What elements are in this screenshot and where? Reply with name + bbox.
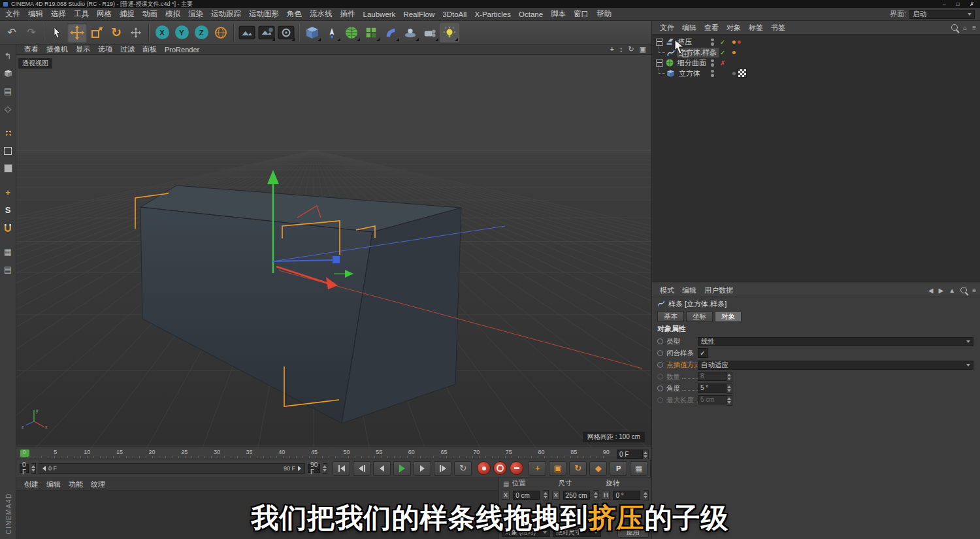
live-selection-tool[interactable] [48,23,67,42]
om-menu-item[interactable]: 文件 [656,22,678,33]
tab-basic[interactable]: 基本 [657,311,684,322]
menu-item[interactable]: X-Particles [470,9,515,20]
convert-object-button[interactable]: ↰ [1,49,15,63]
spline-pen-button[interactable] [322,23,342,42]
menu-item[interactable]: 运动跟踪 [207,8,245,20]
key-rotation-toggle[interactable]: ↻ [569,461,587,476]
parent-object-icon[interactable]: ▲ [949,287,955,294]
visibility-dots[interactable] [711,39,714,46]
toggle-view-icon[interactable]: ▣ [640,45,646,54]
menu-item[interactable]: 文件 [1,8,24,20]
menu-item[interactable]: 工具 [70,8,93,20]
viewport-menu-item[interactable]: 摄像机 [42,44,72,55]
menu-item[interactable]: Octane [515,9,547,20]
om-menu-item[interactable]: 对象 [723,22,745,33]
menu-item[interactable]: 插件 [336,8,359,20]
history-forward-icon[interactable]: ▶ [939,287,944,294]
materials-menu-item[interactable]: 创建 [20,478,42,491]
menu-item[interactable]: 选择 [47,8,70,20]
redo-button[interactable]: ↷ [22,23,41,42]
grid-toggle-button[interactable]: ▦ [1,245,15,259]
visibility-dots[interactable] [711,70,714,77]
enable-axis-button[interactable]: + [1,186,15,199]
lock-y-axis-button[interactable]: Y [172,23,191,42]
current-frame-field[interactable]: 0 F [20,464,29,473]
menu-item[interactable]: 脚本 [547,8,570,20]
record-keyframe-button[interactable] [477,461,491,475]
viewport-menu-item[interactable]: ProRender [161,45,203,54]
object-tags[interactable] [732,41,741,44]
size-x-field[interactable]: 250 cm [563,491,590,500]
object-tags[interactable] [732,69,747,78]
autokey-button[interactable] [493,461,507,475]
edges-mode-button[interactable] [1,144,15,157]
model-mode-button[interactable] [1,67,15,80]
deformer-button[interactable] [381,23,400,42]
menu-item[interactable]: 3DtoAll [438,9,470,20]
maximize-button[interactable]: □ [956,1,959,7]
end-frame-stepper[interactable] [323,463,327,474]
visibility-dots[interactable] [711,59,714,67]
lock-z-axis-button[interactable]: Z [191,23,211,42]
close-spline-checkbox[interactable]: ✓ [698,348,708,358]
menu-item[interactable]: 运动图形 [245,8,283,20]
search-icon[interactable] [960,287,967,293]
object-tags[interactable] [732,51,736,54]
menu-item[interactable]: 帮助 [593,8,615,20]
am-menu-item[interactable]: 模式 [656,285,678,296]
menu-item[interactable]: 流水线 [306,8,336,20]
tab-object[interactable]: 对象 [715,311,742,322]
enable-check-icon[interactable]: ✓ [720,49,725,56]
object-row-subdivision[interactable]: 细分曲面 ✗ [652,57,980,68]
minimize-button[interactable]: – [943,1,945,7]
magnet-snap-button[interactable] [1,221,15,235]
end-frame-field[interactable]: 90 F [308,464,320,473]
key-pla-toggle[interactable]: P [610,461,627,476]
om-menu-item[interactable]: 编辑 [678,22,700,33]
next-frame-button[interactable] [414,461,431,476]
render-settings-button[interactable] [276,23,296,42]
point-level-toggle[interactable]: ▦ [630,461,647,476]
dolly-view-icon[interactable]: ↕ [619,45,623,54]
layout-toggle-button[interactable]: ▤ [1,263,15,276]
materials-menu-item[interactable]: 功能 [65,478,87,491]
interface-dropdown[interactable]: 启动 [909,10,975,19]
current-frame-stepper[interactable] [31,463,36,474]
om-menu-item[interactable]: 标签 [745,22,767,33]
polygons-mode-button[interactable] [1,161,15,175]
menu-item[interactable]: Laubwerk [359,9,400,20]
rotate-view-icon[interactable]: ↻ [628,45,634,54]
primitive-cube-button[interactable] [302,23,322,42]
am-menu-item[interactable]: 用户数据 [700,285,737,296]
move-tool[interactable] [67,23,87,42]
ruler-frame-stepper[interactable] [643,449,649,460]
object-label[interactable]: 立方体 [677,69,702,78]
rot-h-stepper[interactable] [644,490,649,500]
workplane-mode-button[interactable]: ◇ [1,102,15,116]
viewport-menu-item[interactable]: 选项 [94,44,116,55]
angle-stepper[interactable] [727,384,732,394]
key-position-toggle[interactable]: + [529,461,546,476]
previous-key-button[interactable] [353,461,370,476]
texture-mode-button[interactable]: ▤ [1,84,15,98]
materials-menu-item[interactable]: 编辑 [42,478,65,491]
enable-check-icon[interactable]: ✓ [720,39,725,46]
mograph-button[interactable] [361,23,381,42]
list-icon[interactable]: ≡ [972,287,976,294]
environment-button[interactable] [400,23,420,42]
subdivision-surface-button[interactable] [342,23,361,42]
viewport-menu-item[interactable]: 查看 [20,44,42,55]
angle-field[interactable]: 5 ° [698,384,727,393]
keyframe-dot-icon[interactable] [657,350,663,356]
render-view-button[interactable] [237,23,257,42]
goto-start-button[interactable] [333,461,350,476]
snap-button[interactable]: S [1,203,15,217]
texture-tag-icon[interactable] [738,69,747,78]
points-mode-button[interactable] [1,126,15,140]
list-icon[interactable]: ≡ [972,24,976,31]
object-label[interactable]: 细分曲面 [676,58,708,68]
next-key-button[interactable] [434,461,451,476]
timeline-range-slider[interactable]: 0 F 90 F [39,463,305,474]
object-row-extrude[interactable]: 挤压 ✓ [652,37,980,47]
menu-item[interactable]: 编辑 [24,8,47,20]
